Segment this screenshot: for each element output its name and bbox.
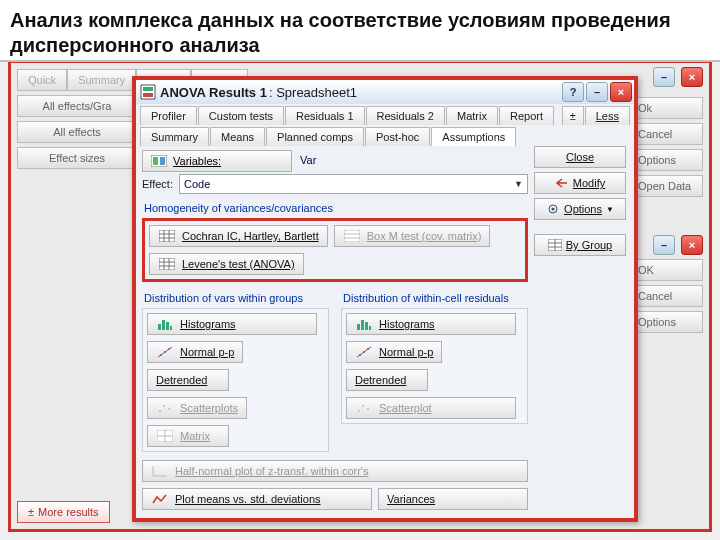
bg-tab-summary[interactable]: Summary [67, 69, 136, 91]
histogram-icon [156, 317, 174, 331]
scatterplots-button-left: Scatterplots [147, 397, 247, 419]
normal-pp-label: Normal p-p [379, 346, 433, 358]
bg-close2-icon[interactable]: × [681, 235, 703, 255]
bg-btn-open-data[interactable]: Open Data [631, 175, 703, 197]
box-m-test-button: Box M test (cov. matrix) [334, 225, 491, 247]
effect-label: Effect: [142, 178, 173, 190]
tab-planned-comps[interactable]: Planned comps [266, 127, 364, 146]
minimize-icon[interactable]: – [586, 82, 608, 102]
histograms-button-left[interactable]: Histograms [147, 313, 317, 335]
less-button[interactable]: Less [585, 106, 630, 125]
normal-pp-button-right[interactable]: Normal p-p [346, 341, 442, 363]
options-button[interactable]: Options ▼ [534, 198, 626, 220]
effect-dropdown[interactable]: Code ▼ [179, 174, 528, 194]
svg-point-34 [163, 405, 165, 407]
svg-rect-41 [365, 322, 368, 330]
bg-btn-ok[interactable]: Ok [631, 97, 703, 119]
half-normal-label: Half-normal plot of z-transf. within cor… [175, 465, 368, 477]
svg-rect-2 [143, 93, 153, 97]
scatter-icon [156, 401, 174, 415]
variances-button[interactable]: Variances [378, 488, 528, 510]
svg-rect-25 [158, 324, 161, 330]
section-dist-vars-title: Distribution of vars within groups [144, 292, 329, 304]
normal-pp-label: Normal p-p [180, 346, 234, 358]
tab-report[interactable]: Report [499, 106, 554, 125]
bg-btn-options2[interactable]: Options [631, 311, 703, 333]
bg-min2-icon[interactable]: – [653, 235, 675, 255]
expand-button[interactable]: ± [562, 106, 584, 125]
plot-means-vs-std-button[interactable]: Plot means vs. std. deviations [142, 488, 372, 510]
bg-min-icon[interactable]: – [653, 67, 675, 87]
bg-btn-options[interactable]: Options [631, 149, 703, 171]
more-results-label: More results [38, 506, 99, 518]
tab-means[interactable]: Means [210, 127, 265, 146]
bottom-area: Half-normal plot of z-transf. within cor… [142, 460, 528, 510]
back-arrow-icon [555, 177, 569, 189]
bg-close-icon[interactable]: × [681, 67, 703, 87]
tab-profiler[interactable]: Profiler [140, 106, 197, 125]
svg-point-44 [359, 354, 361, 356]
svg-rect-28 [170, 326, 172, 330]
bg-btn-cancel[interactable]: Cancel [631, 123, 703, 145]
pp-plot-icon [355, 345, 373, 359]
slide-title: Анализ комплекса данных на соответствие … [0, 0, 720, 62]
tab-residuals-2[interactable]: Residuals 2 [366, 106, 445, 125]
svg-point-31 [164, 351, 166, 353]
tabs-row-1: Profiler Custom tests Residuals 1 Residu… [136, 104, 634, 125]
tab-custom-tests[interactable]: Custom tests [198, 106, 284, 125]
tab-post-hoc[interactable]: Post-hoc [365, 127, 430, 146]
dialog-body: Close Modify Options ▼ By Group Variable… [136, 146, 634, 518]
bg-tab-quick[interactable]: Quick [17, 69, 67, 91]
normal-pp-button-left[interactable]: Normal p-p [147, 341, 243, 363]
dist-resid-group: Histograms Normal p-p Detrended Scatterp… [341, 308, 528, 424]
tab-residuals-1[interactable]: Residuals 1 [285, 106, 364, 125]
table-icon [158, 257, 176, 271]
bg-left-buttons: All effects/Gra All effects Effect sizes [17, 95, 137, 169]
hist-label: Histograms [180, 318, 236, 330]
chevron-down-icon: ▼ [606, 205, 614, 214]
dialog-title-rest: : Spreadsheet1 [269, 85, 357, 100]
tab-summary[interactable]: Summary [140, 127, 209, 146]
detrended-button-right[interactable]: Detrended [346, 369, 428, 391]
histograms-button-right[interactable]: Histograms [346, 313, 516, 335]
bg-btn-all-effects-graph[interactable]: All effects/Gra [17, 95, 137, 117]
table-icon [343, 229, 361, 243]
svg-rect-39 [357, 324, 360, 330]
svg-rect-20 [159, 258, 175, 270]
line-plot-icon [151, 492, 169, 506]
bg-top-right: – × [651, 67, 703, 87]
hist-label: Histograms [379, 318, 435, 330]
bg-btn-ok2[interactable]: OK [631, 259, 703, 281]
levenes-test-button[interactable]: Levene's test (ANOVA) [149, 253, 304, 275]
close-button[interactable]: Close [534, 146, 626, 168]
detrended-button-left[interactable]: Detrended [147, 369, 229, 391]
bg-more-results-button[interactable]: ± More results [17, 501, 110, 523]
close-icon[interactable]: × [610, 82, 632, 102]
tab-assumptions[interactable]: Assumptions [431, 127, 516, 146]
table-icon [158, 229, 176, 243]
help-icon[interactable]: ? [562, 82, 584, 102]
svg-point-45 [363, 351, 365, 353]
plot-means-label: Plot means vs. std. deviations [175, 493, 321, 505]
titlebar: ANOVA Results 1 : Spreadsheet1 ? – × [136, 80, 634, 104]
svg-rect-26 [162, 320, 165, 330]
svg-rect-10 [153, 157, 158, 165]
tab-matrix[interactable]: Matrix [446, 106, 498, 125]
distribution-columns: Distribution of vars within groups Histo… [142, 288, 528, 452]
modify-button[interactable]: Modify [534, 172, 626, 194]
scatter-label: Scatterplot [379, 402, 432, 414]
highlight-frame: Cochran IC, Hartley, Bartlett Box M test… [142, 218, 528, 282]
bg-btn-effect-sizes[interactable]: Effect sizes [17, 147, 137, 169]
cochran-label: Cochran IC, Hartley, Bartlett [182, 230, 319, 242]
by-group-button[interactable]: By Group [534, 234, 626, 256]
app-icon [140, 84, 156, 100]
modify-label: Modify [573, 177, 605, 189]
levene-label: Levene's test (ANOVA) [182, 258, 295, 270]
bg-btn-cancel2[interactable]: Cancel [631, 285, 703, 307]
pp-plot-icon [156, 345, 174, 359]
plot-icon [151, 464, 169, 478]
cochran-hartley-bartlett-button[interactable]: Cochran IC, Hartley, Bartlett [149, 225, 328, 247]
bg-btn-all-effects[interactable]: All effects [17, 121, 137, 143]
variables-button[interactable]: Variables: [142, 150, 292, 172]
variables-icon [151, 155, 167, 167]
